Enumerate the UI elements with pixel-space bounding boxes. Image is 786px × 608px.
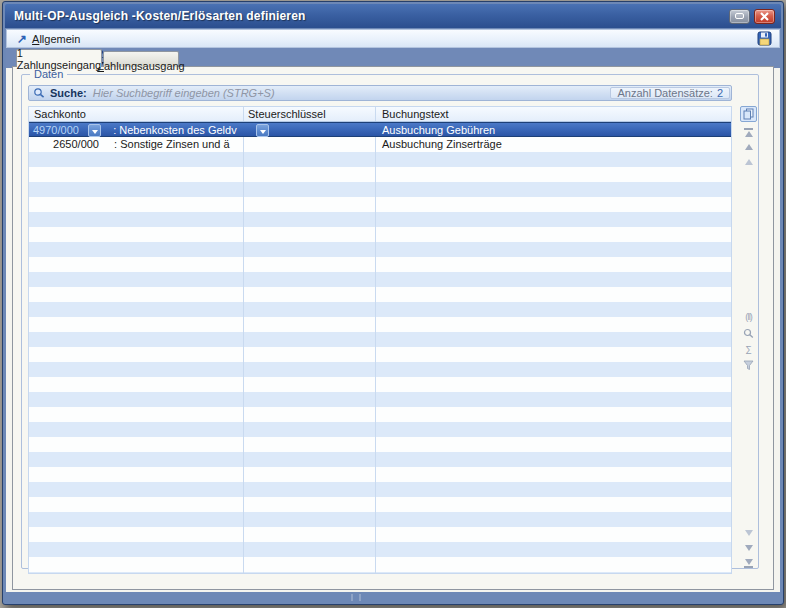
- table-empty-row: [29, 227, 731, 242]
- sum-icon[interactable]: ∑: [740, 342, 757, 356]
- empty-cell: [29, 152, 244, 167]
- table-empty-row: [29, 167, 731, 182]
- empty-cell: [244, 467, 376, 482]
- header-sachkonto[interactable]: Sachkonto: [29, 107, 244, 121]
- empty-cell: [29, 317, 244, 332]
- empty-cell: [376, 167, 731, 182]
- sachkonto-dropdown-button[interactable]: [88, 124, 101, 137]
- empty-cell: [376, 227, 731, 242]
- cell-steuerschluessel[interactable]: [244, 123, 376, 136]
- empty-cell: [376, 287, 731, 302]
- empty-cell: [376, 452, 731, 467]
- empty-cell: [29, 167, 244, 182]
- menu-allgemein[interactable]: ↗ Allgemein: [13, 32, 84, 46]
- close-icon: [760, 12, 769, 21]
- fit-columns-icon[interactable]: (‖): [740, 310, 757, 324]
- tab-zahlungsausgang[interactable]: 2 Zahlungsausgang: [103, 51, 179, 67]
- save-floppy-icon: [757, 31, 772, 46]
- empty-cell: [244, 167, 376, 182]
- daten-groupbox: Daten Suche: Hier Suchbegriff eingeben (…: [21, 74, 759, 569]
- dialog-window: Multi-OP-Ausgleich -Kosten/Erlösarten de…: [2, 1, 784, 605]
- cell-steuerschluessel[interactable]: [244, 137, 376, 152]
- empty-cell: [244, 422, 376, 437]
- cell-sachkonto[interactable]: 2650/000 : Sonstige Zinsen und ä: [29, 137, 244, 152]
- table-empty-row: [29, 392, 731, 407]
- empty-cell: [376, 557, 731, 572]
- empty-cell: [244, 287, 376, 302]
- empty-cell: [244, 362, 376, 377]
- table-empty-row: [29, 287, 731, 302]
- scroll-to-bottom-icon[interactable]: [740, 556, 757, 570]
- empty-cell: [29, 302, 244, 317]
- steuerschluessel-dropdown-button[interactable]: [256, 124, 269, 137]
- table-row-selected[interactable]: 4970/000 : Nebenkosten des Geldv Ausbuch…: [29, 122, 731, 137]
- filter-icon[interactable]: [740, 358, 757, 372]
- empty-cell: [376, 572, 731, 574]
- cell-buchungstext[interactable]: Ausbuchung Zinserträge: [376, 137, 731, 152]
- empty-cell: [376, 392, 731, 407]
- restore-button[interactable]: [729, 9, 750, 24]
- record-count-value: 2: [717, 87, 723, 99]
- cell-buchungstext[interactable]: Ausbuchung Gebühren: [376, 123, 731, 136]
- move-up-icon[interactable]: [740, 155, 757, 169]
- empty-cell: [244, 347, 376, 362]
- search-input[interactable]: Hier Suchbegriff eingeben (STRG+S): [93, 87, 275, 99]
- search-bar[interactable]: Suche: Hier Suchbegriff eingeben (STRG+S…: [28, 85, 732, 101]
- empty-cell: [29, 452, 244, 467]
- save-button[interactable]: [755, 31, 773, 47]
- empty-cell: [244, 392, 376, 407]
- record-count-label: Anzahl Datensätze:: [617, 87, 712, 99]
- title-bar[interactable]: Multi-OP-Ausgleich -Kosten/Erlösarten de…: [5, 4, 781, 28]
- tab-zahlungseingang[interactable]: 1 Zahlungseingang: [16, 49, 102, 67]
- empty-cell: [244, 377, 376, 392]
- empty-cell: [29, 227, 244, 242]
- window-resize-notch[interactable]: [351, 594, 361, 601]
- scroll-to-top-icon[interactable]: [740, 125, 757, 139]
- empty-cell: [29, 557, 244, 572]
- move-down-icon[interactable]: [740, 526, 757, 540]
- header-buchungstext[interactable]: Buchungstext: [376, 107, 731, 121]
- header-steuerschluessel[interactable]: Steuerschlüssel: [244, 107, 376, 121]
- table-empty-row: [29, 422, 731, 437]
- table-empty-row: [29, 437, 731, 452]
- empty-cell: [376, 497, 731, 512]
- empty-cell: [376, 527, 731, 542]
- empty-cell: [376, 512, 731, 527]
- record-count: Anzahl Datensätze: 2: [610, 87, 730, 99]
- table-empty-row: [29, 542, 731, 557]
- table-empty-row: [29, 242, 731, 257]
- page-up-icon[interactable]: [740, 140, 757, 154]
- close-button[interactable]: [754, 9, 775, 24]
- grid-search-icon[interactable]: [740, 326, 757, 340]
- empty-cell: [29, 437, 244, 452]
- table-empty-row: [29, 452, 731, 467]
- sachkonto-description: : Nebenkosten des Geldv: [113, 124, 237, 136]
- table-empty-row: [29, 467, 731, 482]
- empty-cell: [376, 302, 731, 317]
- empty-cell: [244, 482, 376, 497]
- empty-cell: [29, 287, 244, 302]
- page-down-icon[interactable]: [740, 541, 757, 555]
- tab-page: Daten Suche: Hier Suchbegriff eingeben (…: [12, 66, 774, 590]
- restore-icon: [735, 13, 744, 19]
- empty-cell: [29, 467, 244, 482]
- empty-cell: [29, 272, 244, 287]
- empty-cell: [376, 197, 731, 212]
- empty-cell: [244, 152, 376, 167]
- empty-cell: [244, 227, 376, 242]
- empty-cell: [376, 257, 731, 272]
- empty-cell: [29, 392, 244, 407]
- cell-sachkonto[interactable]: 4970/000 : Nebenkosten des Geldv: [29, 123, 244, 136]
- empty-cell: [244, 197, 376, 212]
- data-grid: Sachkonto Steuerschlüssel Buchungstext 4…: [28, 106, 732, 574]
- window-title: Multi-OP-Ausgleich -Kosten/Erlösarten de…: [14, 9, 725, 23]
- empty-cell: [244, 212, 376, 227]
- table-empty-row: [29, 557, 731, 572]
- empty-cell: [29, 242, 244, 257]
- empty-cell: [29, 332, 244, 347]
- menu-allgemein-label: Allgemein: [32, 33, 80, 45]
- copy-icon[interactable]: [740, 106, 757, 122]
- sachkonto-combo-value[interactable]: 4970/000: [29, 123, 85, 138]
- table-row[interactable]: 2650/000 : Sonstige Zinsen und ä Ausbuch…: [29, 137, 731, 152]
- main-toolbar: ↗ Allgemein: [6, 29, 780, 48]
